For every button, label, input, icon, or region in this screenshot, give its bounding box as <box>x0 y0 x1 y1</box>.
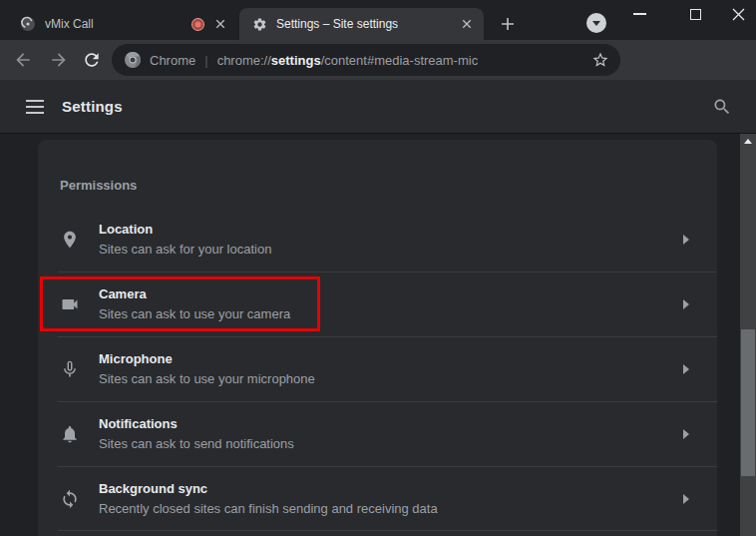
browser-window: vMix Call Settings – Site settings <box>0 0 756 536</box>
tab-strip: vMix Call Settings – Site settings <box>0 0 756 40</box>
chevron-right-icon <box>683 364 689 374</box>
row-location[interactable]: Location Sites can ask for your location <box>38 207 717 271</box>
recording-indicator-icon <box>192 19 203 30</box>
minimize-button[interactable] <box>625 0 653 28</box>
scrollbar-thumb[interactable] <box>741 329 755 476</box>
gear-icon <box>252 17 267 32</box>
row-notifications[interactable]: Notifications Sites can ask to send noti… <box>38 401 717 466</box>
row-camera[interactable]: Camera Sites can ask to use your camera <box>38 271 717 336</box>
tab-title: Settings – Site settings <box>276 17 459 31</box>
chevron-right-icon <box>683 299 689 309</box>
chrome-logo-icon <box>125 52 141 68</box>
tab-close-icon[interactable] <box>459 16 475 32</box>
settings-page: Permissions Location Sites can ask for y… <box>0 134 756 536</box>
row-title: Background sync <box>99 481 683 496</box>
row-title: Notifications <box>99 416 683 431</box>
new-tab-button[interactable] <box>496 12 520 36</box>
location-pin-icon <box>60 230 80 250</box>
row-subtitle: Recently closed sites can finish sending… <box>99 501 683 516</box>
row-text: Camera Sites can ask to use your camera <box>99 286 683 321</box>
tab-title: vMix Call <box>45 17 192 31</box>
row-text: Notifications Sites can ask to send noti… <box>99 416 683 451</box>
url-text: chrome://settings/content#media-stream-m… <box>217 53 479 68</box>
url-path: /content#media-stream-mic <box>321 53 479 68</box>
forward-icon[interactable] <box>49 50 69 70</box>
chevron-right-icon <box>683 429 689 439</box>
sync-icon <box>60 489 80 509</box>
row-subtitle: Sites can ask to use your camera <box>99 306 683 321</box>
hamburger-menu-icon[interactable] <box>26 100 44 114</box>
chevron-right-icon <box>683 494 689 504</box>
browser-toolbar: Chrome | chrome://settings/content#media… <box>0 40 756 80</box>
url-host: settings <box>271 53 321 68</box>
tab-close-icon[interactable] <box>212 16 228 32</box>
bookmark-star-icon[interactable] <box>591 51 609 69</box>
close-window-button[interactable] <box>724 0 752 28</box>
row-text: Background sync Recently closed sites ca… <box>99 481 683 516</box>
tab-vmix-call[interactable]: vMix Call <box>10 8 237 40</box>
row-text: Microphone Sites can ask to use your mic… <box>99 351 683 386</box>
camera-icon <box>60 294 80 314</box>
scroll-up-arrow[interactable] <box>744 139 752 144</box>
search-icon[interactable] <box>712 97 732 117</box>
maximize-button[interactable] <box>681 0 709 28</box>
settings-header: Settings <box>0 80 756 134</box>
row-title: Location <box>99 222 683 237</box>
vmix-favicon <box>20 16 36 32</box>
section-label: Permissions <box>38 140 717 207</box>
tab-search-button[interactable] <box>586 13 606 33</box>
page-title: Settings <box>62 98 123 115</box>
url-scheme: chrome:// <box>217 53 271 68</box>
row-microphone[interactable]: Microphone Sites can ask to use your mic… <box>38 336 717 401</box>
row-title: Camera <box>99 286 683 301</box>
chevron-down-icon <box>592 21 600 26</box>
row-subtitle: Sites can ask for your location <box>99 242 683 257</box>
reload-icon[interactable] <box>82 50 102 70</box>
back-icon[interactable] <box>13 50 33 70</box>
url-separator: | <box>204 53 207 68</box>
permissions-card: Permissions Location Sites can ask for y… <box>38 140 717 536</box>
scrollbar[interactable] <box>740 134 756 536</box>
site-label: Chrome <box>150 53 195 68</box>
address-bar[interactable]: Chrome | chrome://settings/content#media… <box>112 44 620 76</box>
row-title: Microphone <box>99 351 683 366</box>
chevron-right-icon <box>683 235 689 245</box>
notifications-bell-icon <box>60 424 80 444</box>
row-subtitle: Sites can ask to use your microphone <box>99 371 683 386</box>
row-text: Location Sites can ask for your location <box>99 222 683 257</box>
row-background-sync[interactable]: Background sync Recently closed sites ca… <box>38 466 717 531</box>
microphone-icon <box>60 359 80 379</box>
row-subtitle: Sites can ask to send notifications <box>99 436 683 451</box>
tab-settings[interactable]: Settings – Site settings <box>239 8 484 40</box>
